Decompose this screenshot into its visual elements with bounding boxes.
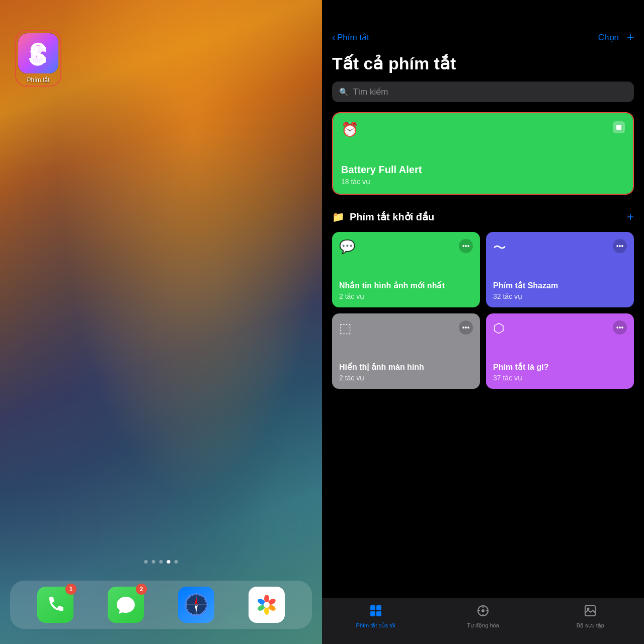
screenshot-icon: ⬚ bbox=[339, 320, 352, 336]
section-header-left: 📁 Phím tắt khởi đầu bbox=[332, 211, 434, 223]
svg-rect-15 bbox=[370, 605, 375, 610]
tab-automation-label: Tự động hóa bbox=[467, 622, 499, 629]
alarm-icon: ⏰ bbox=[341, 121, 359, 138]
dot-3 bbox=[159, 560, 163, 564]
card1-bottom: Nhắn tin hình ảnh mới nhất 2 tác vụ bbox=[339, 255, 473, 300]
svg-rect-16 bbox=[376, 605, 381, 610]
card1-top: 💬 ••• bbox=[339, 239, 473, 255]
tab-shortcuts-icon bbox=[369, 604, 382, 620]
card2-subtitle: 32 tác vụ bbox=[493, 292, 627, 300]
svg-rect-17 bbox=[370, 611, 375, 616]
nav-back-label: Phím tắt bbox=[337, 32, 369, 43]
nav-back-button[interactable]: ‹ Phím tắt bbox=[332, 32, 369, 43]
section-header: 📁 Phím tắt khởi đầu + bbox=[332, 210, 634, 224]
page-title: Tất cả phím tắt bbox=[322, 49, 644, 82]
card4-top: ⬡ ••• bbox=[493, 320, 627, 336]
app-icon-label: Phím tắt bbox=[27, 76, 49, 84]
card2-more-button[interactable]: ••• bbox=[613, 239, 627, 253]
dot-2 bbox=[152, 560, 155, 564]
svg-point-14 bbox=[264, 602, 270, 608]
shortcuts-grid: 💬 ••• Nhắn tin hình ảnh mới nhất 2 tác v… bbox=[332, 232, 634, 389]
battery-card-title: Battery Full Alert bbox=[341, 164, 625, 176]
shazam-icon: 〜 bbox=[493, 239, 506, 257]
stop-button[interactable] bbox=[613, 121, 625, 133]
tab-bar: Phím tắt của tôi Tự động hóa bbox=[322, 598, 644, 644]
card4-more-button[interactable]: ••• bbox=[613, 320, 627, 335]
battery-card-subtitle: 18 tác vụ bbox=[341, 178, 625, 186]
battery-card-bottom: Battery Full Alert 18 tác vụ bbox=[341, 138, 625, 186]
card1-more-button[interactable]: ••• bbox=[459, 239, 473, 253]
dock-photos[interactable] bbox=[249, 587, 285, 623]
page-dots bbox=[144, 560, 178, 564]
battery-card-wrapper: ⏰ Battery Full Alert 18 tác vụ bbox=[332, 112, 634, 195]
nav-plus-button[interactable]: + bbox=[627, 30, 634, 44]
nav-bar: ‹ Phím tắt Chọn + bbox=[322, 0, 644, 49]
tab-gallery[interactable]: Bộ sưu tập bbox=[537, 604, 644, 629]
card1-subtitle: 2 tác vụ bbox=[339, 292, 473, 300]
svg-point-20 bbox=[481, 609, 485, 612]
card4-subtitle: 37 tác vụ bbox=[493, 374, 627, 382]
background-overlay bbox=[0, 0, 322, 644]
card3-title: Hiển thị ảnh màn hình bbox=[339, 362, 473, 372]
dock-safari[interactable] bbox=[178, 587, 214, 623]
section-title: Phím tắt khởi đầu bbox=[350, 211, 434, 223]
tab-my-shortcuts[interactable]: Phím tắt của tôi bbox=[322, 604, 429, 629]
tab-gallery-label: Bộ sưu tập bbox=[577, 622, 604, 629]
dock-messages[interactable]: 2 bbox=[108, 587, 144, 623]
chon-button[interactable]: Chọn bbox=[598, 32, 619, 43]
shortcuts-app-icon[interactable] bbox=[18, 33, 58, 73]
dock-phone[interactable]: 1 bbox=[37, 587, 73, 623]
stop-icon bbox=[616, 125, 621, 130]
card3-top: ⬚ ••• bbox=[339, 320, 473, 336]
dot-5 bbox=[175, 560, 178, 564]
shortcut-card-3[interactable]: ⬚ ••• Hiển thị ảnh màn hình 2 tác vụ bbox=[332, 313, 480, 389]
card4-title: Phím tắt là gì? bbox=[493, 362, 627, 372]
card2-top: 〜 ••• bbox=[493, 239, 627, 257]
back-chevron-icon: ‹ bbox=[332, 32, 335, 43]
dot-4 bbox=[167, 560, 171, 564]
card-top-row: ⏰ bbox=[341, 121, 625, 138]
left-panel: Phím tắt 1 2 bbox=[0, 0, 322, 644]
tab-automation-icon bbox=[476, 604, 490, 620]
shortcut-card-2[interactable]: 〜 ••• Phím tắt Shazam 32 tác vụ bbox=[486, 232, 634, 307]
card3-subtitle: 2 tác vụ bbox=[339, 374, 473, 382]
card4-bottom: Phím tắt là gì? 37 tác vụ bbox=[493, 336, 627, 382]
tab-gallery-icon bbox=[584, 604, 597, 620]
folder-icon: 📁 bbox=[332, 211, 345, 223]
app-icon-container[interactable]: Phím tắt bbox=[15, 30, 61, 87]
card3-bottom: Hiển thị ảnh màn hình 2 tác vụ bbox=[339, 336, 473, 382]
card1-title: Nhắn tin hình ảnh mới nhất bbox=[339, 281, 473, 290]
search-bar[interactable]: 🔍 Tìm kiếm bbox=[332, 82, 634, 102]
card2-title: Phím tắt Shazam bbox=[493, 281, 627, 290]
phone-badge: 1 bbox=[65, 584, 76, 595]
dock: 1 2 bbox=[10, 581, 312, 629]
section-plus-button[interactable]: + bbox=[627, 210, 634, 224]
messages-badge: 2 bbox=[136, 584, 147, 595]
tab-automation[interactable]: Tự động hóa bbox=[429, 604, 536, 629]
right-panel: ‹ Phím tắt Chọn + Tất cả phím tắt 🔍 Tìm … bbox=[322, 0, 644, 644]
svg-point-8 bbox=[264, 595, 269, 603]
shortcuts-logo-icon: ⬡ bbox=[493, 320, 505, 336]
message-plus-icon: 💬 bbox=[339, 239, 355, 255]
tab-shortcuts-label: Phím tắt của tôi bbox=[356, 622, 395, 629]
nav-right-actions: Chọn + bbox=[598, 30, 634, 44]
card2-bottom: Phím tắt Shazam 32 tác vụ bbox=[493, 257, 627, 300]
battery-full-alert-card[interactable]: ⏰ Battery Full Alert 18 tác vụ bbox=[333, 113, 633, 194]
shortcut-card-4[interactable]: ⬡ ••• Phím tắt là gì? 37 tác vụ bbox=[486, 313, 634, 389]
search-icon: 🔍 bbox=[339, 88, 349, 97]
dot-1 bbox=[144, 560, 148, 564]
shortcut-card-1[interactable]: 💬 ••• Nhắn tin hình ảnh mới nhất 2 tác v… bbox=[332, 232, 480, 307]
search-placeholder: Tìm kiếm bbox=[353, 87, 388, 97]
card3-more-button[interactable]: ••• bbox=[459, 320, 473, 335]
svg-point-11 bbox=[264, 607, 269, 615]
svg-rect-18 bbox=[376, 611, 381, 616]
content-area: ⏰ Battery Full Alert 18 tác vụ 📁 Phím tắ… bbox=[322, 112, 644, 598]
